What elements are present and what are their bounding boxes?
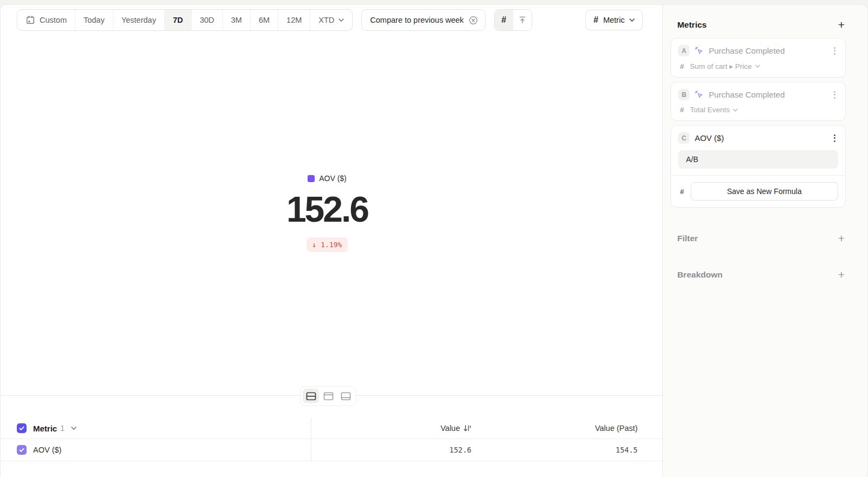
add-breakdown-button[interactable]: +	[838, 269, 845, 280]
results-table: Metric 1 Value Valu	[1, 418, 662, 477]
metric-menu-button[interactable]	[831, 46, 838, 56]
metric-dropdown-label: Metric	[603, 16, 624, 24]
chart-only-layout-toggle[interactable]	[320, 389, 336, 403]
column-divider	[311, 418, 311, 461]
metric-header-dropdown[interactable]	[71, 427, 76, 430]
legend-label: AOV ($)	[319, 174, 347, 183]
number-view-toggle[interactable]: #	[495, 10, 513, 30]
calendar-icon	[25, 15, 35, 25]
metric-event-name[interactable]: Purchase Completed	[709, 46, 784, 55]
date-preset-xtd[interactable]: XTD	[310, 10, 352, 30]
filter-title: Filter	[677, 234, 698, 243]
table-only-layout-toggle[interactable]	[337, 389, 354, 403]
chevron-down-icon	[339, 18, 344, 22]
split-layout-toggle[interactable]	[303, 389, 319, 403]
main-panel: Custom Today Yesterday 7D 30D 3M 6M 12M …	[1, 5, 662, 477]
sort-descending-icon	[463, 424, 471, 432]
hash-icon: #	[593, 15, 598, 25]
delta-badge: ↓ 1.19%	[307, 237, 348, 252]
breakdown-title: Breakdown	[677, 270, 723, 280]
formula-card-c: C AOV ($) A/B # Save as New Formula	[671, 125, 846, 208]
big-number-view: AOV ($) 152.6 ↓ 1.19%	[1, 174, 654, 252]
select-all-checkbox[interactable]	[17, 423, 27, 433]
metric-value: 152.6	[1, 190, 654, 229]
dismiss-compare-icon[interactable]	[469, 16, 478, 25]
filter-section-header: Filter +	[671, 233, 846, 244]
query-builder-sidebar: Metrics + A Purchase Completed	[662, 5, 867, 477]
add-filter-button[interactable]: +	[838, 233, 845, 244]
metric-badge: C	[678, 132, 690, 144]
save-as-new-formula-button[interactable]: Save as New Formula	[691, 182, 838, 201]
metric-menu-button[interactable]	[831, 89, 838, 100]
metric-dropdown-button[interactable]: # Metric	[585, 10, 643, 30]
hash-icon: #	[680, 106, 684, 114]
row-value: 152.6	[449, 446, 471, 454]
report-card: Custom Today Yesterday 7D 30D 3M 6M 12M …	[0, 4, 868, 477]
date-preset-3m[interactable]: 3M	[222, 10, 250, 30]
arrow-up-to-line-icon	[518, 16, 527, 24]
hash-icon: #	[680, 62, 684, 70]
formula-name[interactable]: AOV ($)	[694, 133, 724, 143]
table-row: AOV ($) 152.6 154.5	[1, 439, 662, 461]
metric-badge: A	[678, 45, 690, 56]
row-value-past: 154.5	[616, 446, 638, 454]
visualization-toggle-group: #	[494, 9, 532, 31]
value-past-column-header: Value (Past)	[595, 424, 638, 433]
row-checkbox[interactable]	[17, 445, 27, 455]
date-range-group: Custom Today Yesterday 7D 30D 3M 6M 12M …	[17, 9, 353, 31]
date-preset-30d[interactable]: 30D	[191, 10, 222, 30]
aggregation-dropdown[interactable]: Sum of cart ▸ Price	[690, 62, 760, 70]
date-preset-custom[interactable]: Custom	[17, 10, 75, 30]
series-legend: AOV ($)	[308, 174, 347, 183]
aggregation-dropdown[interactable]: Total Events	[690, 106, 738, 114]
row-metric-name: AOV ($)	[33, 446, 61, 454]
chevron-down-icon	[629, 18, 635, 22]
metric-column-index: 1	[60, 424, 65, 433]
hash-icon: #	[680, 188, 684, 196]
table-header-row: Metric 1 Value Valu	[1, 418, 662, 439]
formula-menu-button[interactable]	[831, 133, 838, 144]
goal-view-toggle[interactable]	[513, 10, 532, 30]
date-preset-6m[interactable]: 6M	[250, 10, 278, 30]
metrics-title: Metrics	[677, 20, 706, 30]
add-metric-button[interactable]: +	[838, 19, 845, 30]
breakdown-section-header: Breakdown +	[671, 269, 846, 280]
metric-badge: B	[678, 89, 690, 100]
formula-input[interactable]: A/B	[678, 150, 838, 169]
hash-icon: #	[501, 15, 506, 25]
event-click-icon	[694, 46, 704, 55]
metric-event-name[interactable]: Purchase Completed	[709, 90, 784, 99]
layout-toggle-group	[300, 386, 356, 406]
metric-card-b: B Purchase Completed # Total Events	[671, 82, 846, 121]
date-preset-yesterday[interactable]: Yesterday	[113, 10, 164, 30]
date-preset-7d[interactable]: 7D	[164, 10, 192, 30]
value-column-header[interactable]: Value	[311, 424, 471, 433]
insights-report: Custom Today Yesterday 7D 30D 3M 6M 12M …	[0, 0, 868, 477]
legend-swatch	[308, 175, 315, 182]
event-click-icon	[694, 90, 704, 99]
card-divider	[671, 175, 845, 176]
date-preset-12m[interactable]: 12M	[278, 10, 310, 30]
compare-chip-label: Compare to previous week	[370, 16, 463, 24]
metric-card-a: A Purchase Completed # Sum of cart ▸ Pri…	[671, 38, 846, 78]
toolbar: Custom Today Yesterday 7D 30D 3M 6M 12M …	[1, 9, 662, 31]
date-preset-label: Custom	[40, 16, 67, 24]
compare-chip[interactable]: Compare to previous week	[361, 9, 485, 31]
metric-column-header: Metric	[33, 424, 57, 433]
metrics-section-header: Metrics +	[671, 5, 846, 38]
date-preset-today[interactable]: Today	[75, 10, 113, 30]
